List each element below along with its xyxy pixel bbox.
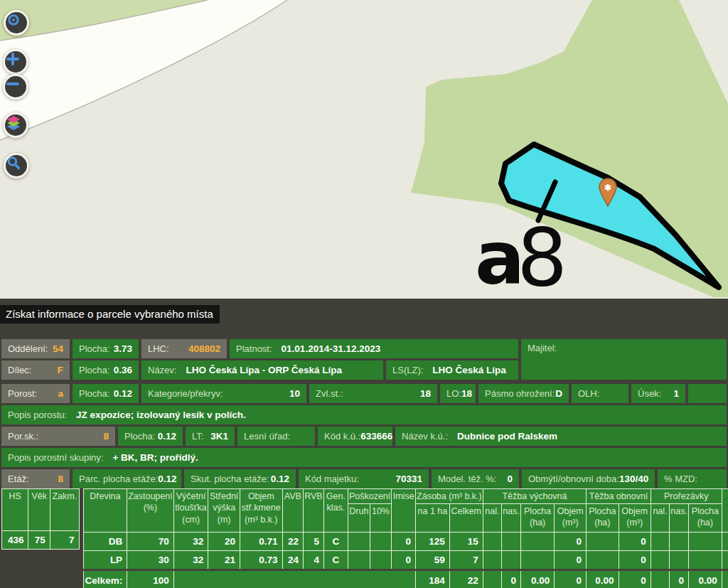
info-box: % MZD: xyxy=(658,469,727,488)
zoom-out-button[interactable] xyxy=(3,74,28,100)
table-cell xyxy=(348,551,370,570)
table-header-cell: na 1 ha xyxy=(416,504,450,533)
geolocate-button[interactable] xyxy=(4,10,29,36)
info-value: 8 xyxy=(103,431,109,442)
table-cell xyxy=(651,533,669,551)
table-header-cell: nal. xyxy=(651,504,669,533)
table-cell xyxy=(651,551,669,570)
table-cell: 5 xyxy=(304,533,324,551)
species-table: DřevinaZastoupení(%)Výčetnítloušťka(cm)S… xyxy=(83,488,728,588)
info-label: Platnost: xyxy=(236,343,272,354)
info-box: Kategorie/překryv:10 xyxy=(141,384,306,403)
info-label: Plocha: xyxy=(79,388,109,399)
search-icon xyxy=(6,155,21,171)
info-label: Kód majetku: xyxy=(305,474,359,484)
table-header-cell: Věk xyxy=(28,489,50,531)
table-cell: 0.73 xyxy=(240,551,283,570)
info-rows: Oddělení:54Plocha:3.73LHC:408802Platnost… xyxy=(1,339,727,491)
info-value: a xyxy=(58,388,63,399)
table-cell xyxy=(501,551,520,570)
search-button[interactable] xyxy=(4,153,29,178)
table-header-cell: Gen.klas. xyxy=(323,489,348,533)
table-header-cell: RVB xyxy=(304,489,324,533)
table-cell xyxy=(370,551,392,570)
table-cell: 22 xyxy=(449,570,483,588)
table-header-cell: Zakm. xyxy=(50,489,79,531)
info-value: 130/40 xyxy=(619,474,648,484)
table-cell xyxy=(722,551,728,570)
info-value: JZ expozice; izolovaný lesík v polích. xyxy=(76,410,246,420)
info-box: Por.sk.:8 xyxy=(1,427,115,446)
table-header-cell: Střednívýška(m) xyxy=(208,489,240,533)
table-header-cell: Objemstř.kmene(m³ b.k.) xyxy=(240,489,283,533)
table-cell xyxy=(722,570,728,588)
info-box: Pásmo ohrožení:D xyxy=(478,384,569,403)
info-value: 0.12 xyxy=(158,474,176,484)
table-cell: LP xyxy=(83,551,127,570)
info-box: Název k.ú.:Dubnice pod Ralskem xyxy=(395,427,727,446)
info-box: Úsek:1 xyxy=(631,384,685,403)
table-header-cell: AVB xyxy=(282,489,303,533)
plus-icon xyxy=(5,51,21,67)
info-value: 0.12 xyxy=(114,388,132,399)
hs-table: HSVěkZakm.436757 xyxy=(1,488,80,550)
info-box: Porost:a xyxy=(1,384,70,403)
table-header-cell: Výčetnítloušťka(cm) xyxy=(173,489,208,533)
table-header-cell: Objem(m³) xyxy=(555,504,587,533)
table-cell: 0.71 xyxy=(240,533,283,551)
info-box: Dílec:F xyxy=(1,360,70,380)
table-cell xyxy=(348,533,370,551)
info-value: 0.12 xyxy=(158,431,176,442)
table-cell: 184 xyxy=(416,570,450,588)
geolocate-icon xyxy=(6,12,21,28)
info-label: Zvl.st.: xyxy=(316,388,343,399)
table-row: LP3032210.73244C059700 xyxy=(83,551,728,570)
layers-button[interactable] xyxy=(3,112,28,138)
table-cell: Celkem: xyxy=(83,570,127,588)
info-value: F xyxy=(58,365,63,375)
info-row: Porost:aPlocha:0.12Kategorie/překryv:10Z… xyxy=(1,384,727,403)
table-cell xyxy=(501,533,520,551)
table-cell xyxy=(370,533,392,551)
table-header-cell: Objem(m³) xyxy=(619,504,651,533)
table-cell: 59 xyxy=(416,551,450,570)
table-row: 436757 xyxy=(2,531,80,550)
table-cell: 15 xyxy=(449,533,483,551)
info-label: Majitel: xyxy=(528,343,557,353)
table-header-cell: Plocha(ha) xyxy=(689,504,722,533)
parcel-label-number: 8 xyxy=(517,211,567,299)
info-value: 0.36 xyxy=(114,365,132,375)
info-label: Dílec: xyxy=(8,365,31,375)
table-cell xyxy=(670,533,689,551)
table-cell: 0 xyxy=(619,570,651,588)
info-box: Majitel: xyxy=(521,339,727,380)
zoom-in-button[interactable] xyxy=(3,49,28,75)
table-cell xyxy=(483,551,501,570)
info-box: Lesní úřad: xyxy=(237,427,315,446)
info-label: Kód k.ú.: xyxy=(324,431,360,442)
info-label: Název k.ú.: xyxy=(402,431,448,442)
minus-icon xyxy=(5,76,21,92)
table-cell: 30 xyxy=(127,551,174,570)
info-label: Popis porostu: xyxy=(8,410,67,420)
table-header-cell: Zásoba (m³ b.k.) xyxy=(416,489,483,504)
info-box: LS(LZ):LHO Česká Lípa xyxy=(386,360,518,380)
table-cell: 75 xyxy=(28,531,50,550)
map-canvas[interactable]: a 8 ✱ xyxy=(0,0,728,299)
info-value: 3.73 xyxy=(114,343,132,354)
info-box: Model. těž. %:0 xyxy=(432,469,519,488)
info-value: 408802 xyxy=(188,343,220,354)
info-label: Oddělení: xyxy=(8,343,48,354)
table-header-cell: Imise xyxy=(392,489,416,533)
table-cell: 0 xyxy=(555,533,587,551)
table-cell xyxy=(651,570,669,588)
info-value: 0.12 xyxy=(271,474,289,484)
info-box: Parc. plocha etáže:0.12 xyxy=(73,469,181,488)
table-header-cell: Poškození xyxy=(348,489,391,504)
info-label: % MZD: xyxy=(664,474,697,484)
info-box: Název:LHO Česká Lípa - ORP Česká Lípa xyxy=(141,360,383,380)
info-value: 18 xyxy=(461,388,472,399)
info-box: Plocha:0.12 xyxy=(118,427,183,446)
table-cell: 0 xyxy=(555,551,587,570)
info-label: LT: xyxy=(192,431,203,442)
